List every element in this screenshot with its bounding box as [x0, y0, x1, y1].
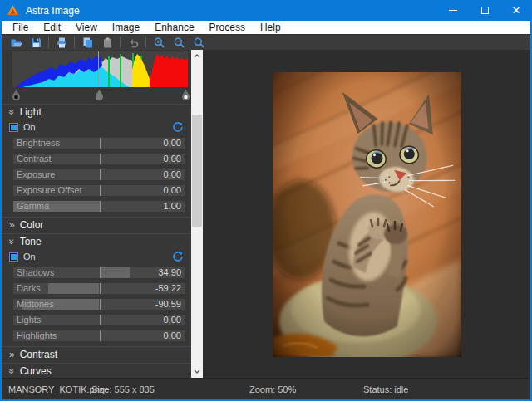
- light-on-checkbox[interactable]: [9, 123, 18, 132]
- zoom-tool-button[interactable]: [189, 36, 209, 50]
- white-point-handle[interactable]: [181, 89, 190, 101]
- menu-help[interactable]: Help: [253, 21, 288, 34]
- slider-value: -90,59: [155, 299, 181, 310]
- tone-reset-icon[interactable]: [172, 251, 184, 262]
- status-size: Size: 555 x 835: [91, 379, 155, 400]
- histogram-plot: [12, 51, 188, 87]
- slider-exposure-offset[interactable]: Exposure Offset 0,00: [13, 185, 185, 196]
- menu-view[interactable]: View: [68, 21, 105, 34]
- slider-value: 0,00: [164, 330, 181, 341]
- slider-zero-marker: [100, 299, 101, 310]
- chevron-expanded-icon: »: [7, 238, 17, 244]
- image-canvas[interactable]: [203, 50, 530, 378]
- slider-zero-marker: [100, 315, 101, 325]
- zoom-in-button[interactable]: [149, 36, 169, 50]
- zoom-in-icon: [153, 37, 165, 49]
- print-icon: [56, 37, 68, 49]
- open-button[interactable]: [6, 36, 26, 50]
- magnifier-icon: [193, 37, 205, 49]
- zoom-out-button[interactable]: [169, 36, 189, 50]
- maximize-button[interactable]: [469, 0, 500, 21]
- menu-image[interactable]: Image: [105, 21, 147, 34]
- toolbar-separator: [48, 37, 49, 48]
- menu-file[interactable]: File: [5, 21, 36, 34]
- slider-brightness[interactable]: Brightness 0,00: [13, 138, 185, 149]
- chevron-down-icon: [194, 369, 200, 374]
- section-header-light[interactable]: » Light: [2, 104, 191, 119]
- tone-on-checkbox[interactable]: [9, 252, 18, 262]
- chevron-expanded-icon: »: [7, 368, 17, 374]
- adjustments-panel: » Light On Brightness 0,00: [2, 50, 191, 378]
- menu-edit[interactable]: Edit: [36, 21, 68, 34]
- section-header-color[interactable]: » Color: [2, 217, 191, 232]
- slider-value: 0,00: [164, 185, 181, 196]
- cat-photo: [273, 72, 461, 357]
- slider-value: 1,00: [164, 201, 181, 212]
- slider-zero-marker: [100, 185, 101, 196]
- menu-process[interactable]: Process: [202, 21, 253, 34]
- menu-enhance[interactable]: Enhance: [147, 21, 201, 34]
- section-label: Contrast: [20, 349, 57, 360]
- histogram[interactable]: [12, 51, 188, 87]
- levels-slider-track: [12, 87, 188, 102]
- copy-button[interactable]: [77, 36, 97, 50]
- section-header-tone[interactable]: » Tone: [2, 233, 191, 248]
- checkbox-check: [11, 125, 17, 130]
- slider-value: -59,22: [155, 283, 181, 294]
- scroll-up-button[interactable]: [191, 50, 203, 62]
- slider-gamma[interactable]: Gamma 1,00: [13, 201, 185, 212]
- slider-label: Brightness: [17, 138, 60, 149]
- print-button[interactable]: [52, 36, 71, 50]
- slider-contrast[interactable]: Contrast 0,00: [13, 154, 185, 164]
- slider-label: Contrast: [17, 154, 52, 164]
- chevron-expanded-icon: »: [7, 109, 17, 115]
- maximize-icon: [481, 7, 489, 14]
- panel-scrollbar[interactable]: [191, 50, 203, 378]
- toolbar-separator: [74, 37, 75, 48]
- section-header-curves[interactable]: » Curves: [2, 363, 191, 378]
- save-button[interactable]: [26, 36, 46, 50]
- close-button[interactable]: ✕: [500, 0, 532, 21]
- slider-darks[interactable]: Darks -59,22: [13, 283, 185, 294]
- slider-fill: [48, 283, 99, 294]
- close-icon: ✕: [512, 0, 521, 21]
- status-filename: MANSORY_KOTIK.png: [8, 379, 105, 400]
- light-reset-icon[interactable]: [172, 121, 184, 133]
- scrollbar-thumb[interactable]: [192, 115, 202, 227]
- slider-fill: [100, 267, 130, 278]
- titlebar[interactable]: Astra Image ✕: [0, 0, 532, 21]
- slider-value: 0,00: [164, 169, 181, 180]
- slider-exposure[interactable]: Exposure 0,00: [13, 169, 185, 180]
- zoom-out-icon: [173, 37, 185, 49]
- tone-on-row: On: [2, 248, 191, 265]
- open-folder-icon: [10, 37, 22, 49]
- minimize-icon: [449, 10, 457, 11]
- content-area: » Light On Brightness 0,00: [2, 50, 530, 378]
- slider-label: Midtones: [17, 299, 54, 310]
- minimize-button[interactable]: [437, 0, 469, 21]
- slider-lights[interactable]: Lights 0,00: [13, 315, 185, 325]
- undo-button[interactable]: [123, 36, 143, 50]
- paste-button[interactable]: [97, 36, 117, 50]
- midtone-handle[interactable]: [95, 89, 104, 101]
- section-header-contrast[interactable]: » Contrast: [2, 346, 191, 361]
- slider-zero-marker: [100, 267, 101, 278]
- slider-highlights[interactable]: Highlights 0,00: [13, 330, 185, 341]
- section-label: Color: [20, 219, 44, 231]
- slider-label: Lights: [17, 315, 41, 325]
- toolbar-separator: [120, 37, 121, 48]
- slider-midtones[interactable]: Midtones -90,59: [13, 299, 185, 310]
- app-logo-icon: [7, 4, 19, 17]
- slider-label: Highlights: [17, 330, 57, 341]
- slider-label: Darks: [17, 283, 41, 294]
- save-icon: [30, 37, 42, 49]
- status-state: Status: idle: [363, 379, 408, 400]
- light-sliders: Brightness 0,00 Contrast 0,00 Exposure 0…: [2, 135, 191, 212]
- app-window: Astra Image ✕ File Edit View Image Enhan…: [0, 0, 532, 401]
- scroll-down-button[interactable]: [191, 365, 203, 378]
- slider-shadows[interactable]: Shadows 34,90: [13, 267, 185, 278]
- black-point-handle[interactable]: [12, 89, 21, 101]
- section-label: Curves: [20, 365, 52, 377]
- window-title: Astra Image: [26, 5, 80, 17]
- on-label: On: [23, 122, 36, 132]
